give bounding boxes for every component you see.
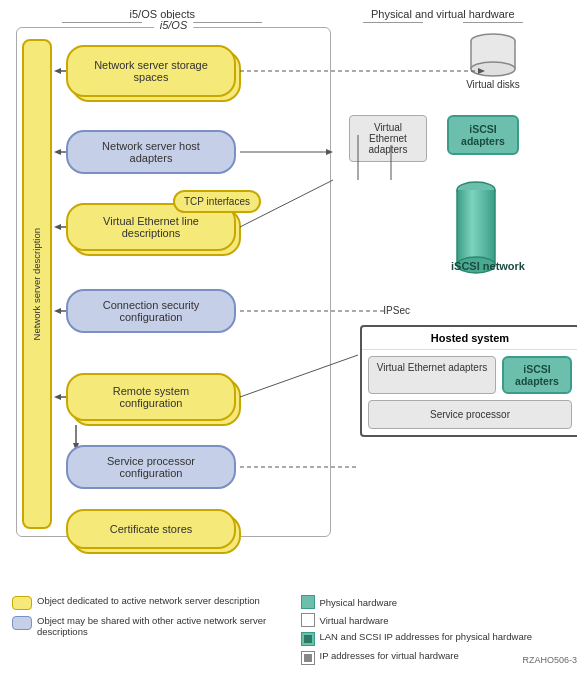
legend-area: Object dedicated to active network serve… — [12, 595, 577, 665]
legend-phys-item: Physical hardware — [301, 595, 578, 609]
csec-box: Connection security configuration — [66, 289, 236, 333]
hosted-vea: Virtual Ethernet adapters — [368, 356, 496, 394]
legend-lan-swatch — [301, 632, 315, 646]
hosted-system-box: Hosted system Virtual Ethernet adapters … — [360, 325, 577, 437]
svc-proc-box: Service processor — [368, 400, 572, 429]
legend-yellow-item: Object dedicated to active network serve… — [12, 595, 293, 610]
legend-phys-label: Physical hardware — [320, 597, 398, 608]
legend-virt-item: Virtual hardware — [301, 613, 578, 627]
virtual-disks-label: Virtual disks — [463, 79, 523, 90]
nsha-box: Network server host adapters — [66, 130, 236, 174]
diagram-container: i5/OS objects Physical and virtual hardw… — [0, 0, 577, 683]
svg-point-4 — [471, 62, 515, 76]
hosted-iscsi: iSCSI adapters — [502, 356, 572, 394]
legend-blue-swatch — [12, 616, 32, 630]
header-right-text: Physical and virtual hardware — [371, 8, 515, 20]
tcp-box: TCP interfaces — [173, 190, 261, 213]
nsd-text: Network server description — [31, 228, 43, 340]
main-diagram: i5/OS Network server description Network… — [8, 25, 577, 665]
iscsi-network-label: iSCSI network — [451, 260, 525, 272]
legend-lan-item: LAN and SCSI IP addresses for physical h… — [301, 631, 578, 646]
diagram-code: RZAHO506-3 — [522, 655, 577, 665]
legend-yellow-swatch — [12, 596, 32, 610]
iscsi-adapters-top: iSCSI adapters — [447, 115, 519, 155]
rsc-box: Remote system configuration — [66, 373, 236, 421]
legend-yellow-label: Object dedicated to active network serve… — [37, 595, 260, 606]
legend-left: Object dedicated to active network serve… — [12, 595, 293, 637]
legend-ip-swatch — [301, 651, 315, 665]
legend-blue-label: Object may be shared with other active n… — [37, 615, 293, 637]
legend-phys-swatch — [301, 595, 315, 609]
nsd-label-container: Network server description — [22, 39, 52, 529]
legend-blue-item: Object may be shared with other active n… — [12, 615, 293, 637]
hosted-title: Hosted system — [362, 327, 577, 350]
svg-rect-6 — [457, 190, 495, 265]
vea-top-box: Virtual Ethernet adapters — [349, 115, 427, 162]
legend-lan-label: LAN and SCSI IP addresses for physical h… — [320, 631, 533, 642]
legend-virt-swatch — [301, 613, 315, 627]
virtual-disks-icon — [468, 33, 518, 78]
nsss-box: Network server storage spaces — [66, 45, 236, 97]
certs-box: Certificate stores — [66, 509, 236, 549]
virtual-disks-group: Virtual disks — [463, 33, 523, 90]
i5os-label: i5/OS — [154, 19, 194, 31]
legend-virt-label: Virtual hardware — [320, 615, 389, 626]
spc-box: Service processor configuration — [66, 445, 236, 489]
legend-ip-label: IP addresses for virtual hardware — [320, 650, 459, 661]
ipsec-label: IPSec — [383, 305, 410, 316]
header-right: Physical and virtual hardware — [317, 8, 569, 23]
